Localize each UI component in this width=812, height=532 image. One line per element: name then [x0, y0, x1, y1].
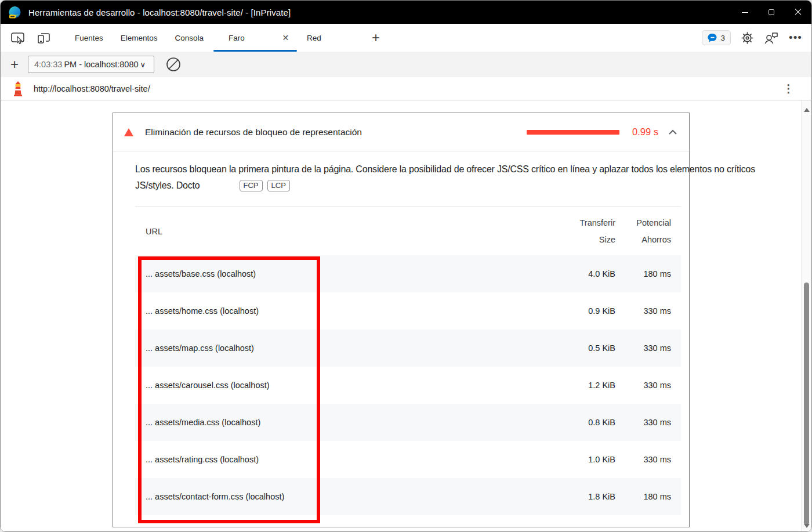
- savings-value: 0.99 s: [632, 126, 658, 137]
- audit-table-body: ... assets/base.css (localhost)4.0 KiB18…: [135, 255, 681, 515]
- maximize-button[interactable]: [758, 1, 785, 24]
- scroll-up-arrow-icon[interactable]: [804, 108, 810, 112]
- metric-chips: FCP LCP: [240, 180, 290, 191]
- col-header-line: Size: [549, 231, 615, 248]
- table-row: ... assets/map.css (localhost)0.5 KiB330…: [135, 330, 681, 367]
- audit-header[interactable]: Eliminación de recursos de bloqueo de re…: [113, 113, 689, 151]
- window-title: Herramientas de desarrollo - localhost:8…: [28, 8, 731, 17]
- tab-label: Fuentes: [75, 34, 103, 42]
- col-header-url: URL: [146, 227, 549, 236]
- lcp-chip: LCP: [267, 180, 290, 191]
- tab-consola[interactable]: Consola: [166, 24, 213, 52]
- row-url-link[interactable]: ... assets/home.css (localhost): [146, 306, 549, 316]
- badge-count: 3: [721, 34, 726, 42]
- collapse-button[interactable]: [668, 129, 677, 135]
- send-feedback-icon: [764, 31, 779, 45]
- clear-reports-button[interactable]: [165, 56, 182, 73]
- row-url-link[interactable]: ... assets/contact-form.css (localhost): [146, 492, 549, 501]
- row-transfer-size: 0.5 KiB: [549, 343, 615, 353]
- audit-description-line1: Los recursos bloquean la primera pintura…: [135, 164, 689, 175]
- report-url: http://localhost:8080/travel-site/: [34, 84, 150, 93]
- table-row: ... assets/rating.css (localhost)1.0 KiB…: [135, 441, 681, 478]
- fcp-chip: FCP: [240, 180, 263, 191]
- row-url-link[interactable]: ... assets/base.css (localhost): [146, 269, 549, 278]
- audit-body: Los recursos bloquean la primera pintura…: [113, 151, 689, 515]
- row-transfer-size: 4.0 KiB: [549, 269, 615, 278]
- row-transfer-size: 1.2 KiB: [549, 381, 615, 390]
- tab-label: Elementos: [121, 34, 158, 42]
- report-target: PM - localhost:8080: [64, 60, 138, 69]
- col-header-potential-savings: Potencial Ahorros: [615, 215, 681, 248]
- audit-card: Eliminación de recursos de bloqueo de re…: [113, 113, 690, 527]
- devtools-window: Herramientas de desarrollo - localhost:8…: [0, 0, 812, 532]
- report-select[interactable]: 4:03:33 PM - localhost:8080 ∨: [28, 56, 154, 73]
- audit-table: URL Transferir Size Potencial Ahorros ..…: [135, 207, 681, 515]
- tabbar-right-cluster: 3: [702, 24, 811, 52]
- row-potential-savings: 330 ms: [615, 418, 681, 427]
- vertical-scrollbar[interactable]: [801, 100, 811, 531]
- close-button[interactable]: [785, 1, 811, 24]
- block-icon: [165, 56, 182, 73]
- row-transfer-size: 0.8 KiB: [549, 418, 615, 427]
- row-potential-savings: 180 ms: [615, 269, 681, 278]
- warning-triangle-icon: [124, 128, 133, 136]
- title-bar: Herramientas de desarrollo - localhost:8…: [1, 1, 811, 24]
- edge-devtools-logo-icon: [8, 6, 21, 19]
- col-header-line: Ahorros: [615, 231, 671, 248]
- feedback-button[interactable]: [764, 31, 779, 45]
- add-tab-button[interactable]: +: [367, 31, 385, 45]
- row-potential-savings: 180 ms: [615, 492, 681, 501]
- minimize-button[interactable]: [731, 1, 758, 24]
- table-row: ... assets/base.css (localhost)4.0 KiB18…: [135, 255, 681, 292]
- tab-red[interactable]: Red: [298, 24, 330, 52]
- row-transfer-size: 0.9 KiB: [549, 306, 615, 316]
- audit-description-line2-row: JS/styles. Docto FCP LCP: [135, 180, 689, 191]
- savings-bar: [527, 130, 619, 135]
- row-url-link[interactable]: ... assets/media.css (localhost): [146, 418, 549, 427]
- row-url-link[interactable]: ... assets/map.css (localhost): [146, 343, 549, 353]
- tab-label: Consola: [175, 34, 204, 42]
- row-potential-savings: 330 ms: [615, 343, 681, 353]
- more-options-button[interactable]: •••: [789, 31, 802, 44]
- col-header-transfer-size: Transferir Size: [549, 215, 615, 248]
- scrollbar-thumb[interactable]: [804, 283, 809, 525]
- inspect-element-button[interactable]: [10, 31, 26, 45]
- tab-faro[interactable]: Faro ✕: [212, 24, 298, 52]
- row-potential-savings: 330 ms: [615, 455, 681, 464]
- maximize-icon: [768, 9, 774, 15]
- chevron-down-icon: ∨: [140, 60, 146, 69]
- audit-table-header: URL Transferir Size Potencial Ahorros: [135, 207, 681, 255]
- tab-fuentes[interactable]: Fuentes: [66, 24, 112, 52]
- row-potential-savings: 330 ms: [615, 381, 681, 390]
- table-row: ... assets/home.css (localhost)0.9 KiB33…: [135, 292, 681, 330]
- report-content: Eliminación de recursos de bloqueo de re…: [1, 100, 811, 531]
- device-emulation-button[interactable]: [36, 31, 51, 45]
- report-url-bar: http://localhost:8080/travel-site/ ⋮: [1, 77, 811, 100]
- scroll-down-arrow-icon[interactable]: [804, 524, 810, 528]
- report-time: 4:03:33: [34, 60, 62, 69]
- row-transfer-size: 1.0 KiB: [549, 455, 615, 464]
- new-audit-button[interactable]: +: [10, 57, 19, 71]
- col-header-line: Potencial: [615, 215, 671, 231]
- row-url-link[interactable]: ... assets/rating.css (localhost): [146, 455, 549, 464]
- audit-title: Eliminación de recursos de bloqueo de re…: [145, 127, 362, 137]
- lighthouse-icon: [12, 81, 24, 96]
- table-row: ... assets/carousel.css (localhost)1.2 K…: [135, 367, 681, 404]
- chevron-up-icon: [668, 129, 677, 135]
- tab-close-icon[interactable]: ✕: [280, 32, 291, 44]
- row-potential-savings: 330 ms: [615, 306, 681, 316]
- row-transfer-size: 1.8 KiB: [549, 492, 615, 501]
- close-icon: [795, 9, 802, 16]
- report-more-button[interactable]: ⋮: [783, 82, 794, 95]
- minimize-icon: [742, 12, 748, 13]
- chat-bubble-icon: [708, 33, 717, 42]
- settings-button[interactable]: [741, 31, 754, 45]
- col-header-line: Transferir: [549, 215, 615, 231]
- tab-elementos[interactable]: Elementos: [112, 24, 166, 52]
- tab-label: Red: [307, 34, 321, 42]
- tab-label: Faro: [229, 34, 245, 42]
- table-row: ... assets/media.css (localhost)0.8 KiB3…: [135, 404, 681, 441]
- row-url-link[interactable]: ... assets/carousel.css (localhost): [146, 381, 549, 390]
- feedback-count-badge[interactable]: 3: [702, 30, 731, 45]
- devtools-tabbar: Fuentes Elementos Consola Faro ✕ Red + 3: [1, 24, 811, 52]
